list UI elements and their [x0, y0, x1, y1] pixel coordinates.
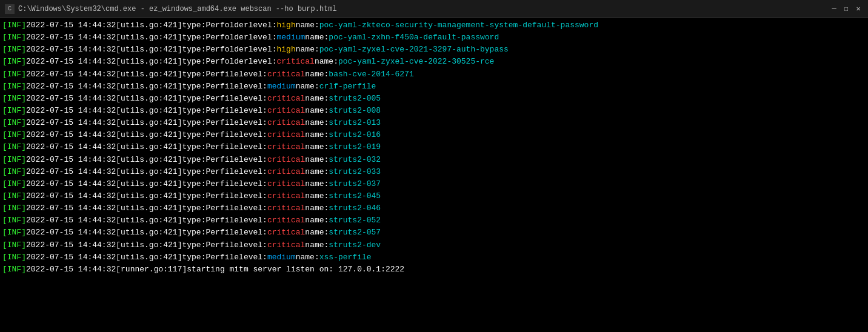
log-line: [INF] 2022-07-15 14:44:32 [utils.go:421]… — [2, 19, 866, 32]
log-line: [INF] 2022-07-15 14:44:32 [utils.go:421]… — [2, 239, 866, 251]
log-line: [INF] 2022-07-15 14:44:32 [utils.go:421]… — [2, 190, 866, 202]
console-output: [INF] 2022-07-15 14:44:32 [utils.go:421]… — [0, 18, 868, 332]
log-line: [INF] 2022-07-15 14:44:32 [utils.go:421]… — [2, 56, 866, 68]
title-bar-text: C:\Windows\System32\cmd.exe - ez_windows… — [18, 5, 337, 13]
log-line: [INF] 2022-07-15 14:44:32 [utils.go:421]… — [2, 202, 866, 214]
maximize-button[interactable]: ☐ — [841, 4, 851, 14]
window-controls[interactable]: — ☐ ✕ — [829, 4, 863, 14]
log-line: [INF] 2022-07-15 14:44:32 [utils.go:421]… — [2, 154, 866, 166]
title-bar-left: C C:\Windows\System32\cmd.exe - ez_windo… — [5, 4, 337, 14]
log-line: [INF] 2022-07-15 14:44:32 [utils.go:421]… — [2, 166, 866, 178]
log-line: [INF] 2022-07-15 14:44:32 [utils.go:421]… — [2, 178, 866, 190]
log-line: [INF] 2022-07-15 14:44:32 [utils.go:421]… — [2, 81, 866, 93]
log-line: [INF] 2022-07-15 14:44:32 [utils.go:421]… — [2, 227, 866, 239]
log-line: [INF] 2022-07-15 14:44:32 [utils.go:421]… — [2, 129, 866, 141]
log-line: [INF] 2022-07-15 14:44:32 [utils.go:421]… — [2, 251, 866, 264]
log-line: [INF] 2022-07-15 14:44:32 [utils.go:421]… — [2, 214, 866, 227]
log-line: [INF] 2022-07-15 14:44:32 [utils.go:421]… — [2, 68, 866, 81]
minimize-button[interactable]: — — [829, 4, 839, 14]
log-line: [INF] 2022-07-15 14:44:32 [utils.go:421]… — [2, 117, 866, 129]
log-line: [INF] 2022-07-15 14:44:32 [utils.go:421]… — [2, 32, 866, 44]
cmd-icon: C — [5, 4, 15, 14]
title-bar: C C:\Windows\System32\cmd.exe - ez_windo… — [0, 0, 868, 18]
log-line: [INF] 2022-07-15 14:44:32 [runner.go:117… — [2, 264, 866, 276]
log-line: [INF] 2022-07-15 14:44:32 [utils.go:421]… — [2, 105, 866, 117]
log-line: [INF] 2022-07-15 14:44:32 [utils.go:421]… — [2, 141, 866, 153]
log-line: [INF] 2022-07-15 14:44:32 [utils.go:421]… — [2, 93, 866, 105]
close-button[interactable]: ✕ — [853, 4, 863, 14]
log-line: [INF] 2022-07-15 14:44:32 [utils.go:421]… — [2, 44, 866, 56]
